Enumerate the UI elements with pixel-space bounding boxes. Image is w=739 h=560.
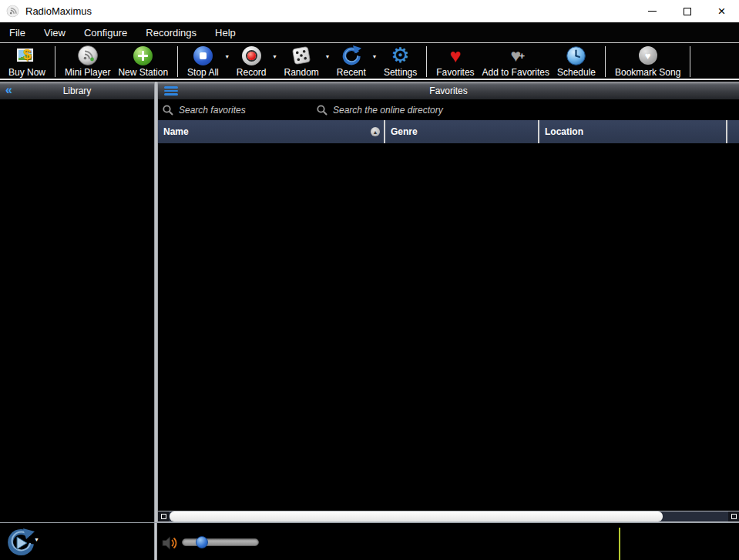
random-button[interactable]: Random bbox=[280, 45, 322, 79]
player-bar-separator bbox=[154, 523, 157, 560]
close-icon: × bbox=[718, 5, 726, 18]
toolbar-separator bbox=[177, 46, 178, 77]
search-icon bbox=[163, 105, 173, 116]
recent-circular-arrow-icon bbox=[341, 45, 361, 65]
radiomaximus-logo-icon bbox=[6, 5, 19, 18]
schedule-clock-icon bbox=[566, 46, 586, 65]
favorites-button[interactable]: ♥ Favorites bbox=[432, 45, 478, 79]
new-station-plus-icon bbox=[133, 46, 153, 65]
scroll-left-button[interactable] bbox=[158, 511, 169, 521]
recent-dropdown[interactable]: ▼ bbox=[371, 54, 378, 59]
volume-thumb[interactable] bbox=[196, 536, 208, 548]
schedule-button[interactable]: Schedule bbox=[553, 45, 600, 79]
collapse-panel-icon[interactable]: « bbox=[5, 83, 12, 97]
bookmark-song-button[interactable]: ♥ Bookmark Song bbox=[611, 45, 684, 79]
favorites-panel-title: Favorites bbox=[158, 86, 739, 96]
maximize-icon bbox=[684, 8, 691, 15]
stations-table-header: Name ▲ Genre Location bbox=[158, 120, 739, 143]
horizontal-scrollbar bbox=[158, 511, 739, 522]
mini-player-button[interactable]: Mini Player bbox=[61, 45, 114, 79]
record-button[interactable]: Record bbox=[233, 45, 270, 79]
toolbar: $ Buy Now bbox=[0, 44, 739, 80]
record-icon bbox=[242, 46, 261, 65]
search-favorites-input[interactable] bbox=[179, 105, 302, 116]
hamburger-icon[interactable] bbox=[164, 86, 178, 96]
radiomaximus-window: RadioMaximus × File View Configure Recor… bbox=[0, 0, 739, 560]
scrollbar-thumb[interactable] bbox=[170, 511, 663, 521]
title-bar: RadioMaximus × bbox=[0, 0, 739, 22]
add-to-favorites-button[interactable]: ♥+ Add to Favorites bbox=[479, 45, 553, 79]
buy-now-icon: $ bbox=[17, 46, 37, 65]
stop-all-icon bbox=[193, 46, 213, 65]
level-meter-line bbox=[619, 528, 620, 560]
play-recent-icon[interactable] bbox=[6, 528, 35, 558]
new-station-button[interactable]: New Station bbox=[114, 45, 172, 79]
add-to-favorites-heart-plus-icon: ♥+ bbox=[510, 46, 521, 65]
search-icon bbox=[317, 105, 328, 116]
toolbar-separator bbox=[426, 46, 427, 77]
window-title: RadioMaximus bbox=[25, 5, 92, 17]
menu-view[interactable]: View bbox=[35, 22, 75, 42]
scrollbar-track[interactable] bbox=[169, 511, 728, 521]
stop-all-dropdown[interactable]: ▼ bbox=[223, 54, 231, 59]
column-header-location[interactable]: Location bbox=[539, 120, 727, 143]
toolbar-separator bbox=[690, 46, 690, 77]
column-header-genre[interactable]: Genre bbox=[385, 120, 539, 143]
column-header-extra bbox=[727, 120, 739, 143]
scroll-right-icon bbox=[731, 514, 737, 519]
random-dice-icon bbox=[291, 45, 311, 65]
speaker-icon[interactable] bbox=[162, 536, 179, 550]
search-favorites-group bbox=[163, 105, 312, 116]
volume-slider-track[interactable] bbox=[182, 538, 259, 546]
menu-help[interactable]: Help bbox=[206, 22, 245, 42]
library-list[interactable] bbox=[0, 99, 154, 522]
menu-configure[interactable]: Configure bbox=[75, 22, 136, 42]
favorites-heart-icon: ♥ bbox=[449, 46, 461, 65]
mini-player-icon bbox=[78, 45, 98, 65]
random-dropdown[interactable]: ▼ bbox=[324, 54, 331, 59]
minimize-button[interactable] bbox=[635, 0, 670, 22]
menu-file[interactable]: File bbox=[0, 22, 35, 42]
bookmark-song-heart-icon: ♥ bbox=[639, 46, 657, 65]
stations-table-body[interactable] bbox=[158, 143, 739, 511]
recent-button[interactable]: Recent bbox=[333, 45, 370, 79]
buy-now-button[interactable]: $ Buy Now bbox=[5, 45, 49, 79]
settings-button[interactable]: ⚙ Settings bbox=[380, 45, 421, 79]
toolbar-separator bbox=[605, 46, 606, 77]
menu-recordings[interactable]: Recordings bbox=[136, 22, 206, 42]
scroll-right-button[interactable] bbox=[728, 511, 739, 521]
library-panel-header: Library « bbox=[0, 82, 154, 99]
settings-gear-icon: ⚙ bbox=[391, 45, 409, 66]
menu-bar: File View Configure Recordings Help bbox=[0, 22, 739, 43]
player-bar: ▼ bbox=[0, 522, 739, 560]
search-directory-group bbox=[317, 105, 517, 116]
minimize-icon bbox=[648, 11, 657, 12]
maximize-button[interactable] bbox=[670, 0, 704, 22]
search-row bbox=[158, 99, 739, 120]
favorites-panel-header: Favorites bbox=[158, 82, 739, 99]
close-button[interactable]: × bbox=[704, 0, 739, 22]
scroll-left-icon bbox=[161, 514, 166, 519]
record-dropdown[interactable]: ▼ bbox=[270, 54, 278, 59]
column-header-name[interactable]: Name ▲ bbox=[158, 120, 385, 143]
toolbar-separator bbox=[55, 46, 55, 77]
library-panel-title: Library bbox=[0, 86, 154, 96]
stop-all-button[interactable]: Stop All bbox=[183, 45, 223, 79]
play-recent-dropdown[interactable]: ▼ bbox=[34, 537, 39, 542]
search-online-directory-input[interactable] bbox=[333, 105, 495, 116]
sort-indicator-icon[interactable]: ▲ bbox=[371, 127, 380, 136]
